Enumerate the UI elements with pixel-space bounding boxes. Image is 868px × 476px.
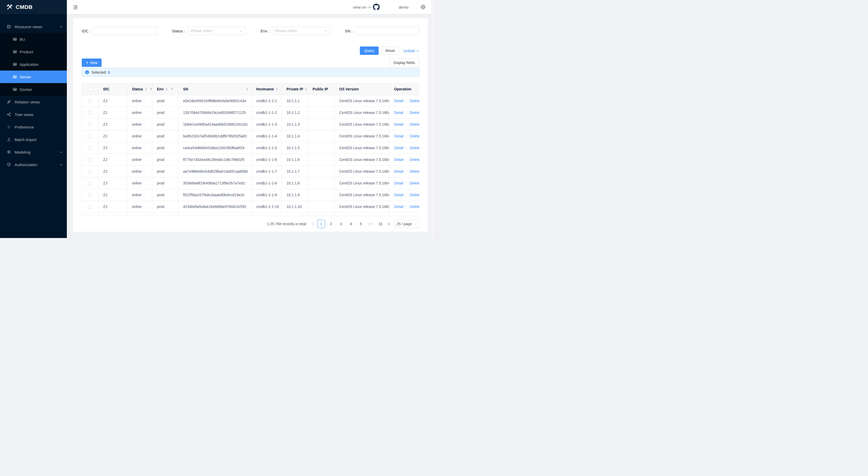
query-button[interactable]: Query: [360, 47, 379, 55]
detail-link[interactable]: Detail: [394, 111, 403, 115]
sidebar-item-docker[interactable]: Docker: [0, 83, 67, 96]
row-checkbox[interactable]: [88, 181, 92, 185]
sidebar-item-modeling[interactable]: ⚙Modeling: [0, 146, 67, 158]
sidebar-item-relation-views[interactable]: Relation views: [0, 96, 67, 108]
delete-link[interactable]: Delete: [409, 193, 420, 197]
sort-carets-icon[interactable]: [145, 88, 147, 91]
env-select[interactable]: Please select: [272, 27, 330, 35]
detail-link[interactable]: Detail: [394, 157, 403, 162]
delete-link[interactable]: Delete: [409, 157, 420, 162]
display-fields-button[interactable]: Display fields: [389, 59, 420, 67]
cell-public_ip: [308, 201, 335, 213]
new-button[interactable]: + New: [82, 59, 101, 67]
sidebar-item-server[interactable]: Server: [0, 70, 67, 83]
row-checkbox[interactable]: [88, 122, 92, 126]
cell-hostname: cmdb1-1-1-10: [251, 201, 282, 213]
page-number-1[interactable]: 1: [317, 220, 325, 228]
sn-input[interactable]: [355, 27, 420, 35]
page-number-3[interactable]: 3: [337, 220, 345, 228]
action-divider: |: [406, 99, 407, 103]
detail-link[interactable]: Detail: [394, 122, 403, 126]
github-icon[interactable]: [373, 4, 380, 10]
delete-link[interactable]: Delete: [409, 169, 420, 174]
row-checkbox[interactable]: [88, 158, 92, 162]
sort-carets-icon[interactable]: [246, 88, 248, 91]
globe-language-icon[interactable]: [421, 4, 426, 10]
sort-carets-icon[interactable]: [305, 88, 307, 91]
cell-hostname: cmdb1-1-1-6: [251, 154, 282, 166]
page-size-select[interactable]: 25 / page: [394, 220, 420, 228]
detail-link[interactable]: Detail: [394, 193, 403, 197]
chevron-down-icon: [416, 49, 420, 53]
column-header-env[interactable]: Env: [152, 83, 178, 95]
sidebar-item-authorization[interactable]: Authorization: [0, 158, 67, 171]
operation-cell: Detail|Delete: [389, 154, 420, 166]
row-checkbox[interactable]: [88, 134, 92, 138]
detail-link[interactable]: Detail: [394, 134, 403, 138]
page-scrollbar[interactable]: [431, 0, 434, 238]
page-number-4[interactable]: 4: [347, 220, 355, 228]
cell-public_ip: [308, 154, 335, 166]
row-checkbox[interactable]: [88, 146, 92, 150]
row-checkbox[interactable]: [88, 205, 92, 209]
top-header: view on -> demo: [67, 0, 431, 14]
sidebar-item-tree-views[interactable]: Tree views: [0, 108, 67, 121]
filter-actions: Query Reset Unfold: [82, 47, 420, 55]
sidebar-item-resource-views[interactable]: Resource views: [0, 20, 67, 33]
row-checkbox[interactable]: [88, 193, 92, 197]
column-header-hostname[interactable]: Hostname: [251, 83, 282, 95]
reset-button[interactable]: Reset: [381, 47, 400, 55]
cell-os_version: CentOS Linux release 7.5.1804 (Core): [335, 130, 389, 142]
column-header-private-ip[interactable]: Private IP: [282, 83, 308, 95]
sidebar-item-bu[interactable]: BU: [0, 33, 67, 46]
page-number-2[interactable]: 2: [327, 220, 335, 228]
column-header-operation: Operation: [389, 83, 420, 95]
sidebar-item-product[interactable]: Product: [0, 46, 67, 58]
sidebar-item-application[interactable]: Application: [0, 58, 67, 70]
cell-private_ip: 10.1.1.7: [282, 166, 308, 177]
filter-funnel-icon[interactable]: [150, 88, 152, 91]
prev-page-icon[interactable]: [310, 220, 316, 228]
username[interactable]: demo: [399, 5, 408, 9]
sort-carets-icon[interactable]: [276, 88, 278, 91]
column-header-sn[interactable]: SN: [178, 83, 251, 95]
column-header-status[interactable]: Status: [127, 83, 152, 95]
cell-hostname: cmdb1-1-1-9: [251, 189, 282, 201]
delete-link[interactable]: Delete: [409, 111, 420, 115]
app-logo[interactable]: CMDB: [0, 0, 67, 14]
table-row: ZJonlineprode0e2de4550164ffd8e8e0a5e9d93…: [82, 95, 420, 107]
row-checkbox[interactable]: [88, 111, 92, 115]
delete-link[interactable]: Delete: [409, 122, 420, 126]
cell-private_ip: 10.1.1.6: [282, 154, 308, 166]
detail-link[interactable]: Detail: [394, 99, 403, 103]
status-select[interactable]: Please select: [188, 27, 246, 35]
delete-link[interactable]: Delete: [409, 134, 420, 138]
page-number-31[interactable]: 31: [377, 220, 385, 228]
detail-link[interactable]: Detail: [394, 205, 403, 209]
delete-link[interactable]: Delete: [409, 146, 420, 150]
sidebar-item-batch-import[interactable]: Batch import: [0, 133, 67, 146]
cell-status: online: [127, 166, 152, 177]
select-all-checkbox[interactable]: [88, 87, 92, 91]
filter-funnel-icon[interactable]: [170, 88, 174, 91]
sort-carets-icon[interactable]: [165, 88, 168, 91]
row-select-cell: [82, 130, 98, 142]
delete-link[interactable]: Delete: [409, 99, 420, 103]
detail-link[interactable]: Detail: [394, 146, 403, 150]
action-divider: |: [406, 134, 407, 138]
idc-input[interactable]: [93, 27, 157, 35]
row-checkbox[interactable]: [88, 170, 92, 174]
sidebar-item-preference[interactable]: ☆Preference: [0, 121, 67, 133]
page-number-5[interactable]: 5: [357, 220, 365, 228]
unfold-link[interactable]: Unfold: [403, 49, 420, 53]
table-row: ZJonlineprodf522f5ba167f4dccbaaed0b4ecd1…: [82, 189, 420, 201]
cell-status: online: [127, 107, 152, 119]
page-ellipsis[interactable]: •••: [367, 220, 375, 228]
delete-link[interactable]: Delete: [409, 205, 420, 209]
next-page-icon[interactable]: [386, 220, 392, 228]
detail-link[interactable]: Detail: [394, 169, 403, 174]
delete-link[interactable]: Delete: [409, 181, 420, 185]
row-checkbox[interactable]: [88, 99, 92, 103]
menu-fold-icon[interactable]: [72, 4, 78, 10]
detail-link[interactable]: Detail: [394, 181, 403, 185]
